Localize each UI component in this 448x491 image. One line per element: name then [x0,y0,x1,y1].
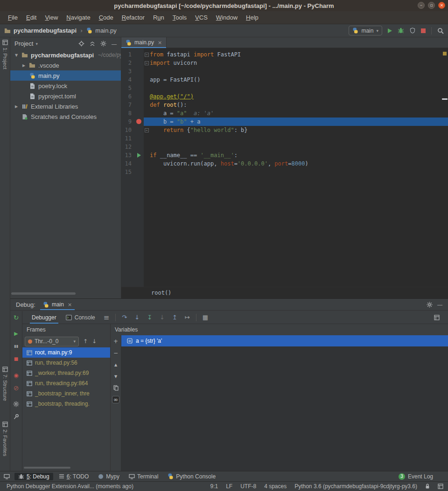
code-line-9[interactable]: 9 b = "b" + a [121,118,448,126]
gutter-marker[interactable] [134,134,144,143]
view-breakpoints-button[interactable]: ◉ [14,372,18,379]
step-into-my-code-button[interactable]: ↧ [143,314,156,321]
fold-icon[interactable]: − [145,53,149,57]
breadcrumb-project[interactable]: pycharmdebugfastapi [14,27,77,34]
evaluate-expression-button[interactable]: ▦ [199,314,212,321]
status-message[interactable]: Python Debugger Extension Avail... (mome… [7,483,133,490]
menu-code[interactable]: Code [95,14,118,21]
gutter-marker[interactable] [134,59,144,67]
project-item-scratches-and-consoles[interactable]: Scratches and Consoles [10,111,121,122]
frames-scrollbar[interactable] [24,467,70,469]
code-line-12[interactable]: 12 [121,143,448,151]
code-line-3[interactable]: 3 [121,67,448,76]
debugger-settings-button[interactable] [13,401,19,408]
code-line-5[interactable]: 5 [121,84,448,92]
menu-window[interactable]: Window [212,14,242,21]
frame-row[interactable]: run, thread.py:56 [22,358,110,368]
next-frame-icon[interactable]: ↓ [92,338,97,345]
thread-selector[interactable]: Thr...-0_0 ▾ [25,337,79,346]
pin-button[interactable] [14,413,19,420]
gutter-marker[interactable] [134,92,144,101]
code-line-2[interactable]: 2−import uvicorn [121,59,448,67]
tree-collapsed-icon[interactable]: ▶ [14,104,19,109]
lock-icon[interactable] [425,484,430,489]
stop-button[interactable]: ■ [14,355,18,362]
close-icon[interactable]: × [158,40,162,46]
code-line-6[interactable]: 6@app.get("/") [121,92,448,101]
menu-run[interactable]: Run [149,14,168,21]
line-number[interactable]: 3 [121,67,134,76]
gutter-marker[interactable] [134,84,144,92]
breakpoint-icon[interactable] [136,119,141,124]
project-item--vscode[interactable]: ▶.vscode [10,60,121,70]
show-execution-point-button[interactable]: ≡ [100,313,113,322]
menu-edit[interactable]: Edit [22,14,41,21]
line-number[interactable]: 14 [121,159,134,168]
add-watch-button[interactable]: + [112,338,119,345]
fold-icon[interactable]: − [145,61,149,65]
line-separator[interactable]: LF [226,483,232,490]
menu-tools[interactable]: Tools [168,14,191,21]
event-log-button[interactable]: Event Log [408,473,433,480]
tab-console[interactable]: Console [61,311,100,324]
coverage-button[interactable] [410,28,415,34]
line-number[interactable]: 4 [121,76,134,84]
gutter-marker[interactable] [134,76,144,84]
project-item-external-libraries[interactable]: ▶External Libraries [10,101,121,111]
toolwindow-switcher-icon[interactable] [4,474,10,479]
editor-breadcrumb[interactable]: root() [121,287,448,298]
code-line-10[interactable]: 10− return {"hello world": b} [121,126,448,134]
line-number[interactable]: 9 [121,118,134,126]
collapse-all-icon[interactable] [90,41,95,47]
step-out-button[interactable]: ↥ [168,314,181,321]
caret-position[interactable]: 9:1 [210,483,218,490]
gutter-marker[interactable] [134,118,144,126]
tool-stripe-structure[interactable]: 7: Structure [0,367,10,401]
project-settings-icon[interactable] [100,41,106,47]
run-button[interactable] [388,28,392,33]
hide-panel-icon[interactable]: — [112,41,117,47]
rerun-button[interactable]: ↻ [14,314,19,321]
run-gutter-icon[interactable] [137,153,141,158]
force-step-into-button[interactable]: ↓ [156,314,168,321]
hide-debug-panel-icon[interactable]: — [437,302,442,307]
menu-refactor[interactable]: Refactor [118,14,149,21]
breadcrumb-file[interactable]: main.py [95,27,117,34]
close-button[interactable]: × [438,2,445,9]
indent-size[interactable]: 4 spaces [264,483,287,490]
gutter-marker[interactable] [134,159,144,168]
locate-file-icon[interactable] [78,41,84,47]
tree-expanded-icon[interactable]: ▼ [14,53,19,57]
toggle-toolbars-icon[interactable] [438,484,443,489]
project-item-main-py[interactable]: main.py [10,70,121,81]
line-number[interactable]: 8 [121,109,134,118]
code-editor[interactable]: 1−from fastapi import FastAPI2−import uv… [121,48,448,287]
fold-icon[interactable]: − [145,128,149,132]
frame-row[interactable]: _bootstrap, threading. [22,399,110,409]
toolwindow-todo[interactable]: 6: TODO [55,473,93,480]
duplicate-watch-button[interactable] [112,384,119,392]
show-watches-button[interactable]: ∞ [112,396,119,403]
menu-view[interactable]: View [41,14,62,21]
tree-collapsed-icon[interactable]: ▶ [21,63,26,68]
tool-stripe-favorites[interactable]: 2: Favorites [0,422,10,456]
project-scrollbar[interactable] [11,292,76,295]
debug-settings-icon[interactable] [427,302,433,308]
line-number[interactable]: 15 [121,168,134,176]
mute-breakpoints-button[interactable]: ⊘ [14,384,19,391]
search-everywhere-button[interactable] [437,28,444,34]
menu-navigate[interactable]: Navigate [62,14,94,21]
debug-session-tab[interactable]: main × [40,299,75,310]
frame-row[interactable]: _worker, thread.py:69 [22,368,110,378]
project-item-pycharmdebugfastapi[interactable]: ▼pycharmdebugfastapi~/code/pycharmdebugf… [10,50,121,60]
project-item-poetry-lock[interactable]: poetry.lock [10,81,121,91]
project-item-pyproject-toml[interactable]: pyproject.toml [10,91,121,101]
gutter-marker[interactable] [134,67,144,76]
gutter-marker[interactable] [134,168,144,176]
code-line-15[interactable]: 15 [121,168,448,176]
tool-stripe-project[interactable]: 1: Project [0,40,10,69]
run-to-cursor-button[interactable]: ↦ [181,314,194,321]
maximize-button[interactable]: ▫ [428,2,435,9]
line-number[interactable]: 12 [121,143,134,151]
interpreter[interactable]: Python 3.6 (pycharmdebugfastapi-9cdjtyrg… [294,483,417,490]
